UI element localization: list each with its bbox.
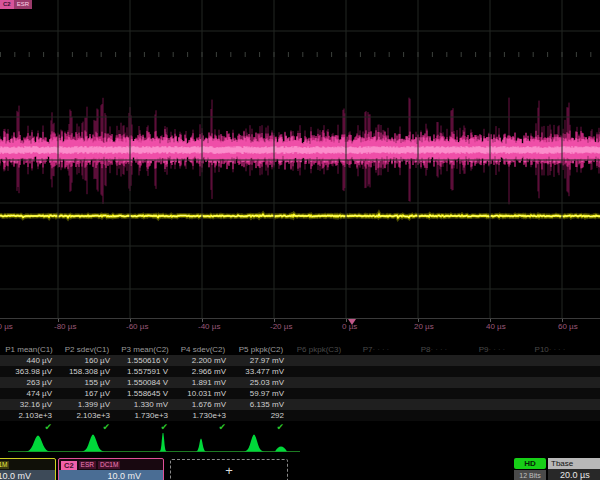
bottom-descriptor-bar: DC1M 10.0 mV C2 ESR DC1M 10.0 mV + HD 12… xyxy=(0,457,600,480)
measure-header-label: P8 xyxy=(421,345,431,354)
measure-value: 155 µV xyxy=(58,377,116,388)
measure-header-label: P7 xyxy=(363,345,373,354)
histicon-P3 xyxy=(159,433,168,452)
measure-value: 32.16 µV xyxy=(0,399,58,410)
measure-value: 25.03 mV xyxy=(232,377,290,388)
tbase-label: Tbase xyxy=(548,458,600,469)
measure-value: 2.103e+3 xyxy=(0,410,58,421)
measure-value: 363.98 µV xyxy=(0,366,58,377)
c1-coupling-badge: DC1M xyxy=(0,461,9,469)
measure-value: 6.135 mV xyxy=(232,399,290,410)
inactive-dots: ···· xyxy=(549,345,568,354)
c2-waveform[interactable] xyxy=(0,98,600,205)
measure-value: 1.550616 V xyxy=(116,355,174,366)
mode-badge: ESR xyxy=(14,0,32,9)
status-check-icon: ✔ xyxy=(58,421,116,433)
measure-value: 1.730e+3 xyxy=(174,410,232,421)
inactive-dots: ···· xyxy=(431,345,450,354)
measure-value: 10.031 mV xyxy=(174,388,232,399)
hd-badge: HD xyxy=(514,458,546,469)
c1-scale-value: 10.0 mV xyxy=(0,470,55,480)
measure-header-p11[interactable]: P11 xyxy=(580,344,600,355)
measure-row-num: 2.103e+3 2.103e+3 1.730e+3 1.730e+3 292 xyxy=(0,410,600,421)
measure-header-label: P10 xyxy=(535,345,549,354)
measure-header-p7[interactable]: P7···· xyxy=(348,344,406,355)
axis-tick-label: 60 µs xyxy=(558,322,578,331)
axis-tick-label: 20 µs xyxy=(414,322,434,331)
axis-tick-label: -60 µs xyxy=(126,322,148,331)
measure-value: 2.200 mV xyxy=(174,355,232,366)
axis-tick-label: -80 µs xyxy=(54,322,76,331)
measure-header-p9[interactable]: P9···· xyxy=(464,344,522,355)
graticule-grid xyxy=(0,0,600,318)
graticule-area xyxy=(0,0,600,318)
measure-header-p1[interactable]: P1 mean(C1) xyxy=(0,344,58,355)
axis-tick-label: -40 µs xyxy=(198,322,220,331)
measure-row-sdev: 32.16 µV 1.399 µV 1.330 mV 1.676 mV 6.13… xyxy=(0,399,600,410)
status-check-icon: ✔ xyxy=(174,421,232,433)
histicon-bump xyxy=(275,447,287,452)
histicon-P2 xyxy=(76,435,110,452)
status-check-icon: ✔ xyxy=(0,421,58,433)
timebase-descriptor[interactable]: Tbase 20.0 µs xyxy=(548,458,600,480)
measure-header-p6[interactable]: P6 pkpk(C3) xyxy=(290,344,348,355)
measure-row-value: 440 µV 160 µV 1.550616 V 2.200 mV 27.97 … xyxy=(0,355,600,366)
measure-value: 1.676 mV xyxy=(174,399,232,410)
inactive-dots: ···· xyxy=(373,345,392,354)
measure-status-row: ✔ ✔ ✔ ✔ ✔ xyxy=(0,421,600,433)
measure-value: 160 µV xyxy=(58,355,116,366)
tbase-value: 20.0 µs xyxy=(548,469,600,480)
measure-header-row: P1 mean(C1) P2 sdev(C1) P3 mean(C2) P4 s… xyxy=(0,344,600,355)
timebase-axis: -100 µs -80 µs -60 µs -40 µs -20 µs 0 µs… xyxy=(0,318,600,334)
histicon-strip xyxy=(0,433,600,457)
measure-header-p4[interactable]: P4 sdev(C2) xyxy=(174,344,232,355)
measure-value: 292 xyxy=(232,410,290,421)
measure-value: 33.477 mV xyxy=(232,366,290,377)
measure-value: 1.730e+3 xyxy=(116,410,174,421)
measure-value: 440 µV xyxy=(0,355,58,366)
measure-value: 27.97 mV xyxy=(232,355,290,366)
histicon-P1 xyxy=(19,436,57,452)
measure-table: P1 mean(C1) P2 sdev(C1) P3 mean(C2) P4 s… xyxy=(0,344,600,433)
trace-badge: C2 xyxy=(0,0,14,9)
measure-header-p8[interactable]: P8···· xyxy=(406,344,464,355)
measure-value: 474 µV xyxy=(0,388,58,399)
measure-value: 1.399 µV xyxy=(58,399,116,410)
channel-descriptor-c2[interactable]: C2 ESR DC1M 10.0 mV xyxy=(58,458,164,480)
c2-label: C2 xyxy=(61,461,77,470)
histicon-P5 xyxy=(239,435,269,452)
status-check-icon: ✔ xyxy=(232,421,290,433)
measure-value: 167 µV xyxy=(58,388,116,399)
measure-header-p2[interactable]: P2 sdev(C1) xyxy=(58,344,116,355)
axis-tick-label: -100 µs xyxy=(0,322,13,331)
measure-value: 1.558645 V xyxy=(116,388,174,399)
measure-histicons[interactable] xyxy=(0,433,600,457)
measure-row-min: 263 µV 155 µV 1.550084 V 1.891 mV 25.03 … xyxy=(0,377,600,388)
oscilloscope-screen: C2 ESR -100 µs -80 µs -60 µs -40 µs -20 … xyxy=(0,0,600,480)
measure-value: 2.103e+3 xyxy=(58,410,116,421)
c2-scale-value: 10.0 mV xyxy=(59,470,163,480)
measure-header-p3[interactable]: P3 mean(C2) xyxy=(116,344,174,355)
c2-coupling-badge: DC1M xyxy=(98,461,120,469)
c1-waveform[interactable] xyxy=(0,215,600,218)
measure-value: 2.966 mV xyxy=(174,366,232,377)
channel-descriptor-c1[interactable]: DC1M 10.0 mV xyxy=(0,458,56,480)
status-check-icon: ✔ xyxy=(116,421,174,433)
trigger-time-marker[interactable] xyxy=(348,319,356,325)
top-left-annotation: C2 ESR xyxy=(0,0,32,9)
measure-header-p5[interactable]: P5 pkpk(C2) xyxy=(232,344,290,355)
axis-tick-label: 40 µs xyxy=(486,322,506,331)
measure-row-max: 474 µV 167 µV 1.558645 V 10.031 mV 59.97… xyxy=(0,388,600,399)
measure-value: 1.330 mV xyxy=(116,399,174,410)
measure-row-mean: 363.98 µV 158.308 µV 1.557591 V 2.966 mV… xyxy=(0,366,600,377)
measure-header-p10[interactable]: P10···· xyxy=(522,344,580,355)
measure-value: 59.97 mV xyxy=(232,388,290,399)
add-trace-button[interactable]: + xyxy=(170,459,288,480)
measure-value: 158.308 µV xyxy=(58,366,116,377)
measure-header-label: P9 xyxy=(479,345,489,354)
measure-value: 1.550084 V xyxy=(116,377,174,388)
measure-value: 1.891 mV xyxy=(174,377,232,388)
hd-indicator[interactable]: HD 12 Bits xyxy=(514,458,546,480)
inactive-dots: ···· xyxy=(489,345,508,354)
c2-esr-badge: ESR xyxy=(79,461,96,469)
